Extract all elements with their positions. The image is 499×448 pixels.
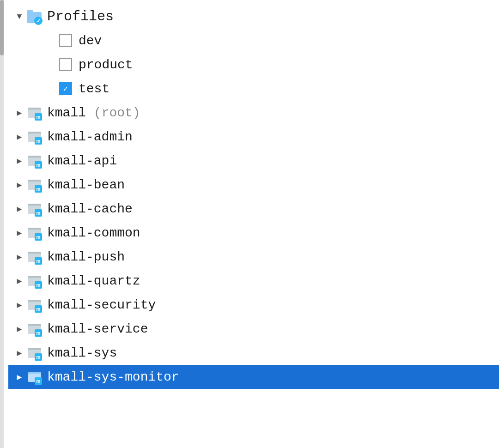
kmall-api-expand-arrow[interactable]: ▶	[13, 154, 26, 167]
module-kmall-bean-row[interactable]: ▶ m kmall-bean	[8, 173, 499, 197]
profile-product-checkbox[interactable]	[59, 58, 72, 71]
profile-test-row[interactable]: test	[8, 77, 499, 101]
profiles-folder-icon: ✓	[26, 8, 43, 25]
module-kmall-security-row[interactable]: ▶ m kmall-security	[8, 293, 499, 317]
kmall-security-maven-icon: m	[26, 297, 43, 313]
module-kmall-security-label: kmall-security	[47, 298, 156, 312]
kmall-maven-icon: m	[26, 104, 43, 121]
module-kmall-bean-label: kmall-bean	[47, 178, 125, 192]
profile-product-row[interactable]: product	[8, 53, 499, 77]
scrollbar[interactable]	[0, 0, 4, 448]
module-kmall-sys-monitor-label: kmall-sys-monitor	[47, 370, 179, 384]
kmall-security-expand-arrow[interactable]: ▶	[13, 298, 26, 311]
profile-test-label: test	[79, 82, 110, 96]
kmall-push-maven-icon: m	[26, 248, 43, 265]
module-kmall-quartz-label: kmall-quartz	[47, 274, 140, 288]
profile-test-checkbox[interactable]	[59, 82, 72, 95]
module-kmall-push-row[interactable]: ▶ m kmall-push	[8, 245, 499, 269]
module-kmall-api-row[interactable]: ▶ m kmall-api	[8, 149, 499, 173]
profile-dev-checkbox[interactable]	[59, 34, 72, 47]
profiles-label: Profiles	[47, 9, 114, 24]
kmall-common-expand-arrow[interactable]: ▶	[13, 226, 26, 239]
kmall-sys-monitor-expand-arrow[interactable]: ▶	[13, 370, 26, 383]
module-kmall-service-row[interactable]: ▶ m kmall-service	[8, 317, 499, 341]
profile-product-label: product	[79, 58, 133, 72]
module-kmall-admin-label: kmall-admin	[47, 130, 133, 144]
scrollbar-thumb[interactable]	[0, 0, 4, 55]
module-kmall-push-label: kmall-push	[47, 250, 125, 264]
module-kmall-cache-label: kmall-cache	[47, 202, 133, 216]
profile-dev-row[interactable]: dev	[8, 29, 499, 53]
profile-dev-label: dev	[79, 34, 102, 48]
kmall-admin-expand-arrow[interactable]: ▶	[13, 130, 26, 143]
module-kmall-row[interactable]: ▶ m kmall (root)	[8, 101, 499, 125]
module-kmall-cache-row[interactable]: ▶ m kmall-cache	[8, 197, 499, 221]
module-kmall-sys-monitor-row[interactable]: ▶ m kmall-sys-monitor	[8, 365, 499, 389]
module-kmall-service-label: kmall-service	[47, 322, 148, 336]
kmall-bean-expand-arrow[interactable]: ▶	[13, 178, 26, 191]
kmall-bean-maven-icon: m	[26, 176, 43, 193]
module-kmall-common-row[interactable]: ▶ m kmall-common	[8, 221, 499, 245]
module-kmall-label: kmall (root)	[47, 106, 140, 120]
tree-content: ▼ ✓ Profiles dev product test	[0, 5, 499, 389]
kmall-expand-arrow[interactable]: ▶	[13, 106, 26, 119]
profiles-expand-arrow[interactable]: ▼	[13, 10, 26, 23]
module-kmall-api-label: kmall-api	[47, 154, 117, 168]
kmall-quartz-expand-arrow[interactable]: ▶	[13, 274, 26, 287]
kmall-service-expand-arrow[interactable]: ▶	[13, 322, 26, 335]
kmall-cache-maven-icon: m	[26, 200, 43, 217]
module-kmall-sys-row[interactable]: ▶ m kmall-sys	[8, 341, 499, 365]
module-kmall-sys-label: kmall-sys	[47, 346, 117, 360]
kmall-push-expand-arrow[interactable]: ▶	[13, 250, 26, 263]
module-kmall-common-label: kmall-common	[47, 226, 140, 240]
kmall-cache-expand-arrow[interactable]: ▶	[13, 202, 26, 215]
kmall-sys-maven-icon: m	[26, 345, 43, 361]
module-kmall-admin-row[interactable]: ▶ m kmall-admin	[8, 125, 499, 149]
module-kmall-quartz-row[interactable]: ▶ m kmall-quartz	[8, 269, 499, 293]
kmall-quartz-maven-icon: m	[26, 272, 43, 289]
kmall-common-maven-icon: m	[26, 224, 43, 241]
profiles-row[interactable]: ▼ ✓ Profiles	[8, 5, 499, 29]
kmall-service-maven-icon: m	[26, 321, 43, 337]
kmall-admin-maven-icon: m	[26, 128, 43, 145]
kmall-sys-expand-arrow[interactable]: ▶	[13, 346, 26, 359]
kmall-api-maven-icon: m	[26, 152, 43, 169]
tree-container: ▼ ✓ Profiles dev product test	[0, 0, 499, 448]
kmall-sys-monitor-maven-icon: m	[26, 369, 43, 385]
